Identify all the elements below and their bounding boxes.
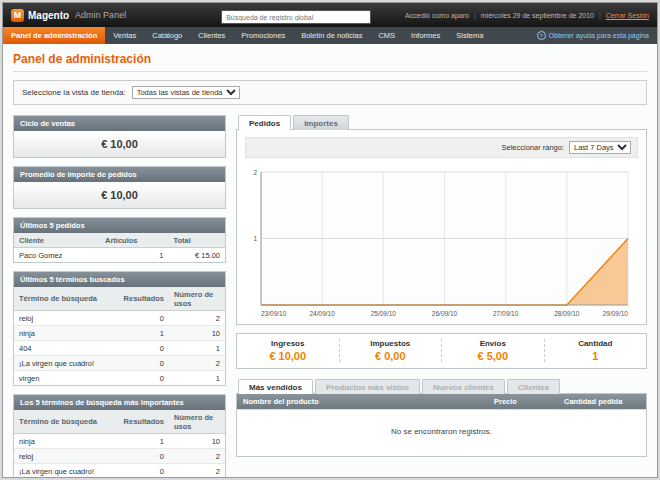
dashboard-right-column: Pedidos Importes Seleccionar rango: Last… (236, 115, 647, 477)
divider: | (599, 12, 601, 19)
top-search-terms-panel: Los 5 términos de búsqueda más important… (13, 394, 226, 477)
current-date: miércoles 29 de septiembre de 2010 (481, 12, 594, 19)
svg-text:2: 2 (253, 169, 257, 176)
table-row[interactable]: reloj02 (14, 311, 225, 326)
empty-message: No se encontraron registros. (237, 410, 646, 457)
panel-title: Promedio de importe de pedidos (14, 167, 225, 182)
svg-text:29/09/10: 29/09/10 (603, 310, 629, 317)
orders-area-chart: 23/09/1024/09/1025/09/1026/09/1027/09/10… (245, 162, 638, 320)
svg-text:26/09/10: 26/09/10 (432, 310, 458, 317)
tab-most-viewed[interactable]: Productos más vistos (315, 379, 420, 394)
svg-text:1: 1 (253, 235, 257, 242)
nav-item-system[interactable]: Sistema (448, 27, 491, 44)
table-row[interactable]: reloj02 (14, 449, 225, 464)
nav-item-reports[interactable]: Informes (403, 27, 448, 44)
panel-title: Ciclo de ventas (14, 116, 225, 131)
lifetime-sales-value: € 10,00 (14, 131, 225, 157)
lifetime-sales-panel: Ciclo de ventas € 10,00 (13, 115, 226, 158)
tab-orders[interactable]: Pedidos (238, 115, 291, 130)
stat-revenue: Ingresos € 10,00 (237, 339, 339, 362)
table-header-row: Nombre del producto Precio Cantidad pedi… (237, 394, 646, 410)
nav-item-newsletter[interactable]: Boletín de noticias (293, 27, 370, 44)
totals-bar: Ingresos € 10,00 Impuestos € 0,00 Envíos… (236, 333, 647, 369)
tab-amounts[interactable]: Importes (293, 115, 349, 130)
store-view-select[interactable]: Todas las vistas de tienda (132, 86, 240, 99)
last-orders-panel: Últimos 5 pedidos Cliente Artículos Tota… (13, 217, 226, 263)
panel-title: Últimos 5 términos buscados (14, 272, 225, 287)
svg-text:23/09/10: 23/09/10 (261, 310, 287, 317)
table-row[interactable]: ninja110 (14, 434, 225, 449)
nav-item-cms[interactable]: CMS (370, 27, 403, 44)
magento-logo-icon: M (11, 9, 24, 22)
table-row[interactable]: ¡La virgen que cuadro!02 (14, 356, 225, 371)
tab-bestsellers[interactable]: Más vendidos (238, 379, 313, 394)
logo-subtitle: Admin Panel (75, 10, 126, 20)
logged-in-as: Accedió como aparo (405, 12, 469, 19)
chart-tabs: Pedidos Importes (236, 115, 647, 130)
table-header-row: Término de búsqueda Resultados Número de… (14, 287, 225, 311)
help-icon: ? (537, 31, 546, 40)
table-row[interactable]: ¡La virgen que cuadro!02 (14, 464, 225, 478)
panel-title: Últimos 5 pedidos (14, 218, 225, 233)
header-session-info: Accedió como aparo | miércoles 29 de sep… (405, 12, 649, 19)
magento-admin-window: M Magento Admin Panel Accedió como aparo… (2, 2, 658, 478)
page-title: Panel de administración (13, 52, 647, 66)
store-view-label: Seleccione la vista de tienda: (22, 88, 126, 97)
nav-item-dashboard[interactable]: Panel de administración (3, 27, 105, 44)
table-row[interactable]: ninja110 (14, 326, 225, 341)
divider: | (474, 12, 476, 19)
global-search-input[interactable] (221, 10, 371, 24)
svg-text:28/09/10: 28/09/10 (554, 310, 580, 317)
range-select[interactable]: Last 7 Days (569, 141, 631, 154)
tab-customers[interactable]: Clientes (507, 379, 560, 394)
dashboard-left-column: Ciclo de ventas € 10,00 Promedio de impo… (13, 115, 226, 477)
grid-tabs: Más vendidos Productos más vistos Nuevos… (236, 379, 647, 394)
nav-item-customers[interactable]: Clientes (190, 27, 233, 44)
range-label: Seleccionar rango: (501, 143, 564, 152)
divider (13, 71, 647, 72)
main-nav: Panel de administración Ventas Catálogo … (3, 27, 657, 44)
tab-new-customers[interactable]: Nuevos clientes (422, 379, 505, 394)
stat-quantity: Cantidad 1 (544, 339, 647, 362)
table-row[interactable]: virgen01 (14, 371, 225, 386)
orders-chart-panel: Seleccionar rango: Last 7 Days 23/09/102… (236, 129, 647, 325)
average-order-value: € 10,00 (14, 182, 225, 208)
logout-link[interactable]: Cerrar Sesión (606, 12, 649, 19)
table-header-row: Término de búsqueda Resultados Número de… (14, 410, 225, 434)
nav-item-catalog[interactable]: Catálogo (144, 27, 190, 44)
nav-item-sales[interactable]: Ventas (105, 27, 144, 44)
store-view-selector: Seleccione la vista de tienda: Todas las… (13, 80, 647, 105)
svg-text:27/09/10: 27/09/10 (493, 310, 519, 317)
table-row[interactable]: 40401 (14, 341, 225, 356)
bestsellers-grid-panel: Nombre del producto Precio Cantidad pedi… (236, 393, 647, 457)
nav-item-promotions[interactable]: Promociones (233, 27, 293, 44)
svg-text:24/09/10: 24/09/10 (310, 310, 336, 317)
logo-text: Magento (28, 10, 69, 21)
table-header-row: Cliente Artículos Total (14, 233, 225, 248)
magento-logo: M Magento Admin Panel (11, 9, 126, 22)
panel-title: Los 5 términos de búsqueda más important… (14, 395, 225, 410)
help-link[interactable]: ? Obtener ayuda para esta página (529, 27, 657, 44)
last-search-terms-panel: Últimos 5 términos buscados Término de b… (13, 271, 226, 386)
svg-text:25/09/10: 25/09/10 (371, 310, 397, 317)
empty-row: No se encontraron registros. (237, 410, 646, 457)
table-row[interactable]: Paco Gomez 1 € 15.00 (14, 248, 225, 263)
stat-shipping: Envíos € 5,00 (441, 339, 544, 362)
top-header: M Magento Admin Panel Accedió como aparo… (3, 3, 657, 27)
stat-tax: Impuestos € 0,00 (339, 339, 442, 362)
average-order-panel: Promedio de importe de pedidos € 10,00 (13, 166, 226, 209)
dashboard-content: Panel de administración Seleccione la vi… (3, 44, 657, 477)
